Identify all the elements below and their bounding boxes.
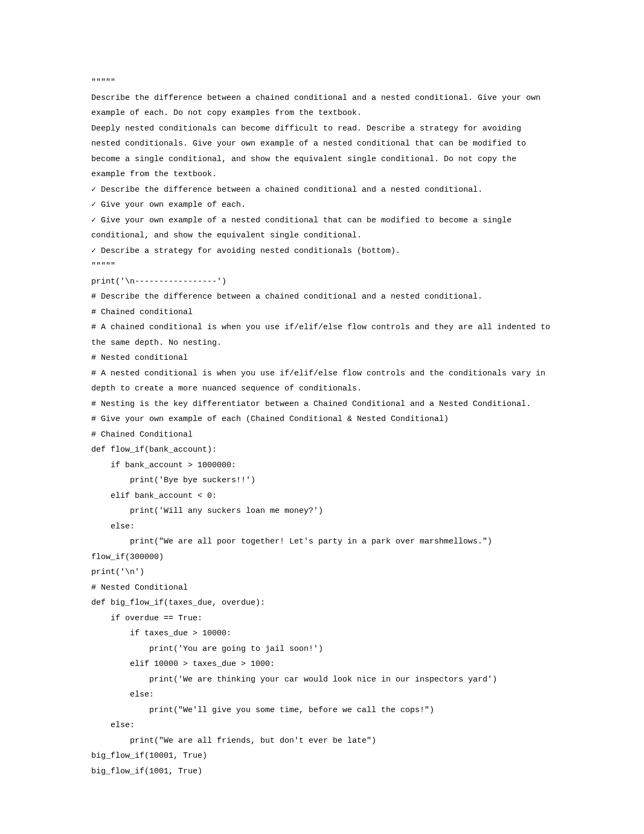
- code-line: print('Will any suckers loan me money?'): [91, 504, 553, 519]
- code-line: print('We are thinking your car would lo…: [91, 672, 553, 688]
- code-line: # Chained conditional: [91, 305, 553, 321]
- code-line: Describe the difference between a chaine…: [91, 91, 553, 121]
- code-line: # Describe the difference between a chai…: [91, 289, 553, 305]
- code-line: else:: [91, 718, 553, 734]
- code-line: """"": [91, 259, 553, 274]
- code-line: ✓ Describe the difference between a chai…: [91, 183, 553, 198]
- code-document: """""Describe the difference between a c…: [91, 75, 553, 779]
- code-line: # Nested conditional: [91, 351, 553, 366]
- code-line: Deeply nested conditionals can become di…: [91, 121, 553, 183]
- code-line: ✓ Describe a strategy for avoiding neste…: [91, 244, 553, 259]
- code-line: flow_if(300000): [91, 550, 553, 565]
- code-line: # Chained Conditional: [91, 427, 553, 443]
- code-line: if taxes_due > 10000:: [91, 626, 553, 642]
- code-line: elif 10000 > taxes_due > 1000:: [91, 657, 553, 672]
- code-line: print('You are going to jail soon!'): [91, 642, 553, 657]
- code-line: big_flow_if(10001, True): [91, 749, 553, 764]
- code-line: ✓ Give your own example of a nested cond…: [91, 213, 553, 244]
- code-line: else:: [91, 687, 553, 703]
- code-line: def flow_if(bank_account):: [91, 443, 553, 458]
- code-line: # A nested conditional is when you use i…: [91, 366, 553, 397]
- code-line: """"": [91, 75, 553, 91]
- code-line: # Nesting is the key differentiator betw…: [91, 397, 553, 412]
- code-line: # Nested Conditional: [91, 581, 553, 596]
- code-line: if overdue == True:: [91, 611, 553, 627]
- code-line: def big_flow_if(taxes_due, overdue):: [91, 596, 553, 611]
- code-line: if bank_account > 1000000:: [91, 458, 553, 474]
- code-line: elif bank_account < 0:: [91, 489, 553, 504]
- code-line: print("We'll give you some time, before …: [91, 703, 553, 719]
- code-line: print('\n'): [91, 565, 553, 581]
- code-line: print('\n-----------------'): [91, 274, 553, 290]
- code-line: big_flow_if(1001, True): [91, 764, 553, 780]
- code-line: print("We are all poor together! Let's p…: [91, 534, 553, 550]
- code-line: print("We are all friends, but don't eve…: [91, 734, 553, 749]
- code-line: else:: [91, 519, 553, 535]
- code-line: ✓ Give your own example of each.: [91, 198, 553, 213]
- code-line: # A chained conditional is when you use …: [91, 320, 553, 351]
- code-line: print('Bye bye suckers!!'): [91, 473, 553, 489]
- code-line: # Give your own example of each (Chained…: [91, 412, 553, 427]
